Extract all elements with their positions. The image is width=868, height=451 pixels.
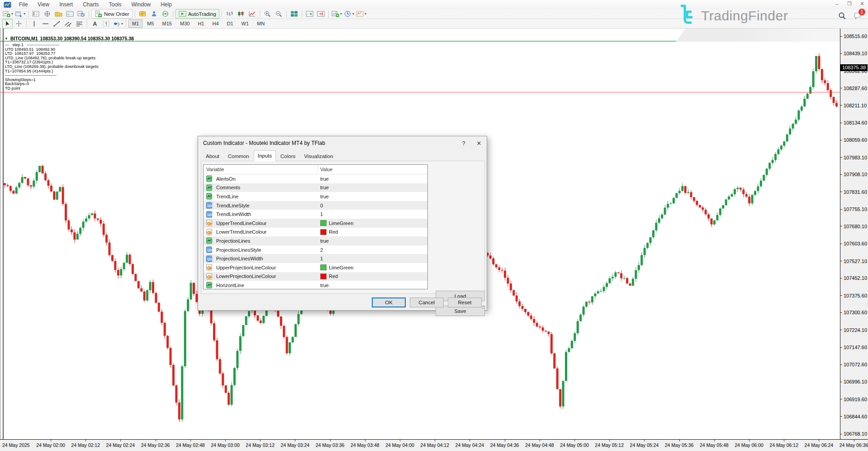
crosshair-button[interactable] [14,19,24,29]
price-axis[interactable]: 108515.60108439.10108362.60108287.601082… [840,29,868,439]
search-icon[interactable] [838,12,846,22]
param-row-projectionlines[interactable]: ProjectionLinestrue [204,236,427,245]
shapes-dropdown-icon[interactable]: ▾ [121,22,123,26]
data-window-button[interactable] [42,9,52,19]
param-value-cell[interactable]: 1 [318,256,427,261]
timeframe-m5[interactable]: M5 [143,19,157,28]
param-row-trendlinestyle[interactable]: 123TrendLineStyle0 [204,201,427,210]
reset-button[interactable]: Reset [448,297,482,307]
param-value-cell[interactable]: true [318,238,427,244]
param-value-cell[interactable]: LimeGreen [318,264,427,270]
menu-window[interactable]: Window [127,0,156,9]
dialog-close-icon[interactable]: ✕ [471,138,487,149]
param-row-projectionlinesstyle[interactable]: 123ProjectionLinesStyle2 [204,245,427,254]
param-row-horizontline[interactable]: HorizontLinetrue [204,281,427,289]
param-value-cell[interactable]: 0 [318,203,427,208]
market-watch-button[interactable] [31,9,41,19]
periods-button[interactable]: ▾ [343,9,355,19]
param-value-cell[interactable]: true [318,185,427,190]
tab-colors[interactable]: Colors [276,151,299,161]
ok-button[interactable]: OK [372,297,406,307]
zoom-out-button[interactable] [274,9,284,19]
resize-grip[interactable]: ◫ [482,305,485,309]
tab-inputs[interactable]: Inputs [254,150,276,161]
cursor-button[interactable] [2,19,13,29]
dialog-help-icon[interactable]: ? [456,138,471,149]
templates-dropdown-icon[interactable]: ▾ [365,12,366,16]
timeframe-mn[interactable]: MN [253,19,268,28]
vline-button[interactable] [29,19,39,29]
symbol-dropdown-icon[interactable]: ▼ [5,37,8,41]
new-order-button[interactable]: New Order [91,9,133,19]
trendline-button[interactable] [52,19,62,29]
param-value-cell[interactable]: true [318,194,427,199]
chat-icon[interactable]: 1 [854,12,862,22]
timeframe-m30[interactable]: M30 [176,19,193,28]
menu-help[interactable]: Help [156,0,177,9]
hline-button[interactable] [40,19,51,29]
chart-shift-button[interactable] [316,9,326,19]
close-icon[interactable]: ✕ [859,1,865,7]
timeframe-m15[interactable]: M15 [159,19,175,28]
param-value-cell[interactable]: 2 [318,247,427,253]
text-button[interactable]: A [90,19,100,29]
templates-button[interactable]: ▾ [356,9,367,19]
cancel-button[interactable]: Cancel [410,297,444,307]
auto-scroll-button[interactable] [304,9,315,19]
profiles-button[interactable]: ▾ [14,9,26,19]
menu-tools[interactable]: Tools [104,0,127,9]
param-value-cell[interactable]: 1 [318,211,427,217]
timeframe-w1[interactable]: W1 [238,19,253,28]
line-chart-button[interactable] [247,9,257,19]
tab-about[interactable]: About [202,151,223,161]
minimize-icon[interactable]: – [834,1,840,7]
menu-file[interactable]: File [14,0,33,9]
periods-dropdown-icon[interactable]: ▾ [352,12,354,16]
indicators-button[interactable]: ▾ [331,9,342,19]
time-axis[interactable]: 24 May 202524 May 02:0024 May 02:1224 Ma… [0,440,868,451]
param-row-alertson[interactable]: AlertsOntrue [204,174,427,183]
fibonacci-button[interactable]: f [74,19,85,29]
param-row-projectionlineswidth[interactable]: 123ProjectionLinesWidth1 [204,254,427,263]
param-row-lowerprojectionlinecolour[interactable]: LowerProjectionLineColourRed [204,272,427,281]
menu-charts[interactable]: Charts [78,0,104,9]
param-row-trendlinewidth[interactable]: 123TrendLineWidth1 [204,210,427,219]
strategy-tester-button[interactable] [76,9,86,19]
tab-common[interactable]: Common [224,151,253,161]
indicators-dropdown-icon[interactable]: ▾ [340,12,342,16]
param-value-cell[interactable]: Red [318,273,427,279]
menu-view[interactable]: View [33,0,54,9]
new-chart-dropdown-icon[interactable]: ▾ [11,12,13,16]
timeframe-h4[interactable]: H4 [209,19,222,28]
timeframe-m1[interactable]: M1 [128,19,142,28]
channel-button[interactable]: £ [63,19,73,29]
param-row-uppertrendlinecolour[interactable]: UpperTrendLineColourLimeGreen [204,219,427,228]
param-value-cell[interactable]: true [318,176,427,182]
navigator-button[interactable] [53,9,64,19]
dialog-title-bar[interactable]: Custom Indicator - Mouteki Indicator MT4… [198,136,487,150]
label-button[interactable]: T [101,19,111,29]
bar-chart-button[interactable] [224,9,235,19]
param-row-upperprojectionlinecolour[interactable]: UpperProjectionLineColourLimeGreen [204,263,427,272]
restore-icon[interactable]: ❐ [846,1,853,7]
terminal-button[interactable] [65,9,75,19]
new-chart-button[interactable]: ▾ [2,9,14,19]
tab-visualization[interactable]: Visualization [300,151,337,161]
metaeditor-button[interactable] [138,9,148,19]
candle-chart-button[interactable] [236,9,246,19]
parameters-table[interactable]: Variable Value AlertsOntrueCommentstrueT… [203,164,428,289]
param-row-comments[interactable]: Commentstrue [204,183,427,192]
signals-button[interactable] [160,9,171,19]
timeframe-d1[interactable]: D1 [223,19,237,28]
param-row-lowertrendlinecolour[interactable]: LowerTrendLineColourRed [204,228,427,237]
profiles-dropdown-icon[interactable]: ▾ [24,12,25,16]
zoom-in-button[interactable] [262,9,273,19]
param-row-trendline[interactable]: TrendLinetrue [204,192,427,201]
tile-windows-button[interactable] [289,9,299,19]
timeframe-h1[interactable]: H1 [194,19,208,28]
param-value-cell[interactable]: true [318,283,427,288]
menu-insert[interactable]: Insert [54,0,78,9]
market-button[interactable] [149,9,159,19]
autotrading-button[interactable]: AutoTrading [175,9,219,19]
param-value-cell[interactable]: Red [318,229,427,235]
